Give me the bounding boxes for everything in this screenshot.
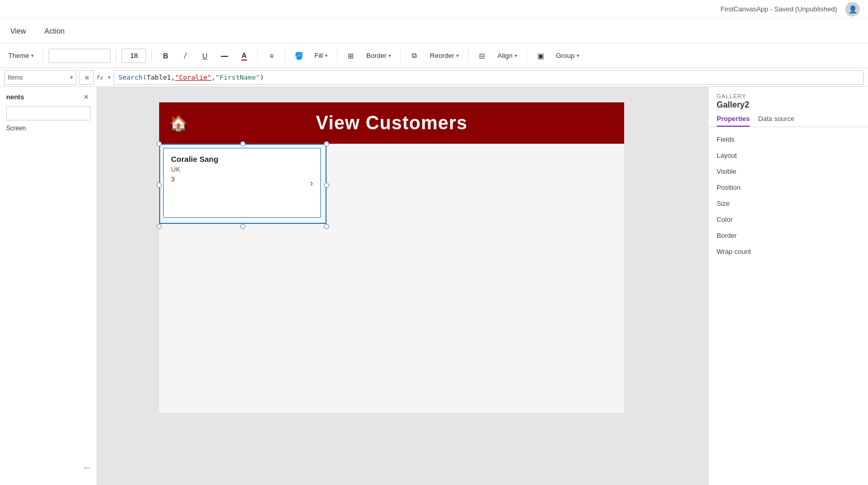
menu-action[interactable]: Action <box>40 25 69 37</box>
separator-4 <box>257 50 258 62</box>
align-menu-button[interactable]: Align ▾ <box>493 50 521 62</box>
align-button[interactable]: ≡ <box>263 49 280 63</box>
properties-list: FieldsLayoutVisiblePositionSizeColorBord… <box>708 127 868 485</box>
equals-button[interactable]: ≡ <box>80 70 94 85</box>
handle-bottom-center[interactable] <box>240 224 245 229</box>
gallery-item[interactable]: Coralie Sang UK 3 › <box>163 148 321 218</box>
bold-button[interactable]: B <box>157 49 174 63</box>
formula-func: Search( <box>118 73 147 81</box>
fx-label: f x <box>97 73 103 81</box>
menu-view[interactable]: View <box>6 25 30 37</box>
gallery-item-country: UK <box>171 165 313 173</box>
reorder-button[interactable]: Reorder ▾ <box>426 50 463 62</box>
property-item-wrap-count[interactable]: Wrap count <box>708 244 868 260</box>
font-color-button[interactable]: A <box>236 49 252 63</box>
property-item-size[interactable]: Size <box>708 195 868 211</box>
sidebar-search-input[interactable] <box>6 106 90 120</box>
handle-top-center[interactable] <box>240 141 245 146</box>
handle-top-right[interactable] <box>324 141 329 146</box>
gallery-item-name: Coralie Sang <box>171 155 313 163</box>
reorder-icon[interactable]: ⧉ <box>406 49 423 63</box>
sidebar-tree-item-screen[interactable]: Screen <box>0 123 97 134</box>
handle-top-left[interactable] <box>157 141 162 146</box>
right-panel-tabs: Properties Data source <box>708 112 868 127</box>
property-item-layout[interactable]: Layout <box>708 147 868 163</box>
menu-bar: View Action <box>0 19 868 43</box>
handle-middle-right[interactable] <box>324 183 329 188</box>
right-panel-header: GALLERY Gallery2 <box>708 87 868 112</box>
separator-6 <box>337 50 337 62</box>
fx-chevron[interactable]: ▾ <box>108 74 111 80</box>
separator-7 <box>400 50 401 62</box>
app-title-text: FirstCanvasApp - Saved (Unpublished) <box>721 5 837 13</box>
separator-2 <box>116 50 116 62</box>
theme-chevron-icon: ▾ <box>31 53 34 58</box>
gallery-name: Gallery2 <box>717 100 860 110</box>
strikethrough-button[interactable]: — <box>216 49 233 63</box>
fx-chevron-icon: ▾ <box>108 74 111 80</box>
property-item-position[interactable]: Position <box>708 179 868 195</box>
sidebar-close-button[interactable]: × <box>80 91 92 103</box>
separator-8 <box>468 50 469 62</box>
app-canvas: 🏠 View Customers Coralie Sang UK 3 › <box>159 102 624 413</box>
handle-bottom-left[interactable] <box>157 224 162 229</box>
main-layout: × nents Screen ··· 5 w5 🏠 View Customers <box>0 87 868 485</box>
right-panel: GALLERY Gallery2 Properties Data source … <box>708 87 868 485</box>
gallery-item-number: 3 <box>171 175 313 183</box>
separator-9 <box>526 50 527 62</box>
app-title-bar: FirstCanvasApp - Saved (Unpublished) 👤 <box>0 0 868 19</box>
formula-arg1: Table1 <box>147 73 171 81</box>
align-menu-icon[interactable]: ⊟ <box>474 49 490 63</box>
sidebar-more-button[interactable]: ··· <box>84 463 90 473</box>
fill-button[interactable]: Fill ▾ <box>310 50 332 62</box>
border-grid-icon[interactable]: ⊞ <box>343 49 359 63</box>
property-selector[interactable]: Items ▾ <box>4 70 76 85</box>
tab-datasource[interactable]: Data source <box>758 112 794 127</box>
property-item-border[interactable]: Border <box>708 228 868 244</box>
app-header-title: View Customers <box>316 112 467 134</box>
property-item-visible[interactable]: Visible <box>708 163 868 179</box>
app-header: 🏠 View Customers <box>159 102 624 144</box>
formula-bar: Items ▾ ≡ f x ▾ Search(Table1, "Coralie"… <box>0 68 868 87</box>
toolbar: Theme ▾ B / U — A ≡ 🪣 Fill ▾ ⊞ Border ▾ … <box>0 43 868 68</box>
separator-5 <box>285 50 285 62</box>
fill-chevron-icon: ▾ <box>325 53 328 58</box>
handle-middle-left[interactable] <box>157 183 162 188</box>
separator-1 <box>43 50 43 62</box>
property-item-color[interactable]: Color <box>708 211 868 228</box>
theme-button[interactable]: Theme ▾ <box>4 50 38 62</box>
handle-bottom-right[interactable] <box>324 224 329 229</box>
reorder-chevron-icon: ▾ <box>456 53 459 58</box>
separator-3 <box>151 50 152 62</box>
gallery-next-icon: › <box>310 177 313 188</box>
gallery-section-label: GALLERY <box>717 93 860 99</box>
group-icon[interactable]: ▣ <box>532 49 549 63</box>
gallery-selection-wrapper[interactable]: Coralie Sang UK 3 › <box>159 144 327 226</box>
tab-properties[interactable]: Properties <box>717 112 750 127</box>
formula-arg3: "FirstName" <box>215 73 260 81</box>
formula-input[interactable]: Search(Table1, "Coralie", "FirstName") <box>114 70 864 85</box>
group-button[interactable]: Group ▾ <box>552 50 583 62</box>
home-icon: 🏠 <box>169 115 188 132</box>
property-item-fields[interactable]: Fields <box>708 131 868 147</box>
border-chevron-icon: ▾ <box>389 53 391 58</box>
group-chevron-icon: ▾ <box>577 53 579 58</box>
left-sidebar: × nents Screen ··· 5 w5 <box>0 87 97 485</box>
underline-button[interactable]: U <box>196 49 213 63</box>
canvas-area[interactable]: 🏠 View Customers Coralie Sang UK 3 › <box>97 87 708 485</box>
align-menu-chevron-icon: ▾ <box>515 53 517 58</box>
selector-chevron-icon: ▾ <box>70 74 73 80</box>
font-size-input[interactable] <box>121 49 146 63</box>
border-button[interactable]: Border ▾ <box>362 50 395 62</box>
paint-bucket-icon[interactable]: 🪣 <box>290 49 307 63</box>
italic-button[interactable]: / <box>177 49 193 63</box>
formula-arg2: "Coralie" <box>175 73 211 81</box>
user-avatar[interactable]: 👤 <box>845 2 860 17</box>
font-name-input[interactable] <box>49 49 111 63</box>
